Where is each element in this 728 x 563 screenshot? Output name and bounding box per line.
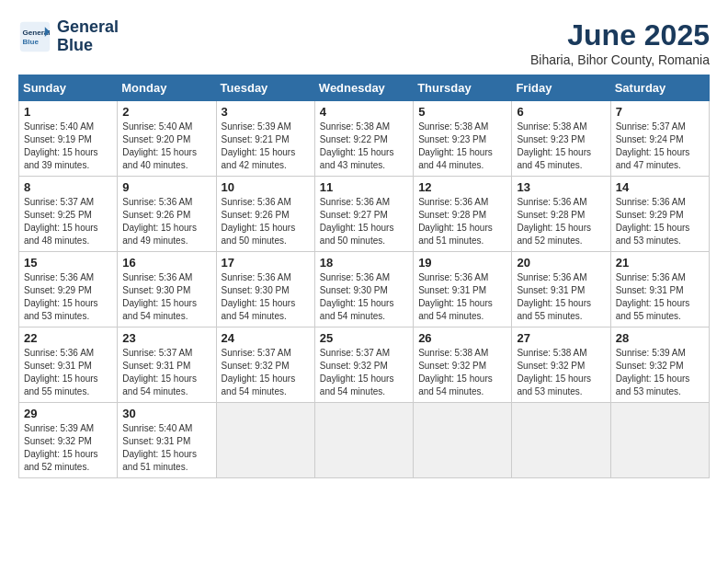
calendar-cell: 23Sunrise: 5:37 AM Sunset: 9:31 PM Dayli…: [118, 327, 216, 403]
calendar-row: 8Sunrise: 5:37 AM Sunset: 9:25 PM Daylig…: [19, 177, 710, 252]
day-number: 14: [616, 180, 704, 194]
calendar-cell: 26Sunrise: 5:38 AM Sunset: 9:32 PM Dayli…: [414, 327, 512, 403]
day-info: Sunrise: 5:39 AM Sunset: 9:32 PM Dayligh…: [24, 422, 112, 474]
day-number: 22: [24, 331, 112, 345]
calendar-cell: 12Sunrise: 5:36 AM Sunset: 9:28 PM Dayli…: [414, 177, 512, 252]
calendar-body: 1Sunrise: 5:40 AM Sunset: 9:19 PM Daylig…: [19, 101, 710, 478]
calendar-table: SundayMondayTuesdayWednesdayThursdayFrid…: [18, 75, 710, 478]
day-number: 25: [320, 331, 408, 345]
svg-text:Blue: Blue: [23, 38, 40, 46]
day-number: 12: [418, 180, 506, 194]
day-number: 3: [222, 105, 310, 119]
day-number: 28: [616, 331, 704, 345]
day-number: 9: [122, 180, 210, 194]
day-number: 19: [418, 256, 506, 270]
weekday-header: Tuesday: [216, 75, 314, 101]
calendar-row: 15Sunrise: 5:36 AM Sunset: 9:29 PM Dayli…: [19, 252, 710, 327]
day-number: 5: [418, 105, 506, 119]
day-info: Sunrise: 5:37 AM Sunset: 9:32 PM Dayligh…: [320, 347, 408, 398]
day-number: 2: [122, 105, 210, 119]
day-number: 6: [517, 105, 605, 119]
day-number: 15: [24, 256, 112, 270]
calendar-cell: 29Sunrise: 5:39 AM Sunset: 9:32 PM Dayli…: [19, 403, 118, 478]
calendar-cell: 14Sunrise: 5:36 AM Sunset: 9:29 PM Dayli…: [610, 177, 709, 252]
day-info: Sunrise: 5:38 AM Sunset: 9:23 PM Dayligh…: [517, 121, 605, 172]
calendar-cell: [414, 403, 512, 478]
calendar-row: 29Sunrise: 5:39 AM Sunset: 9:32 PM Dayli…: [19, 403, 710, 478]
day-info: Sunrise: 5:36 AM Sunset: 9:27 PM Dayligh…: [320, 196, 408, 247]
calendar-cell: 20Sunrise: 5:36 AM Sunset: 9:31 PM Dayli…: [512, 252, 610, 327]
day-number: 24: [222, 331, 310, 345]
day-info: Sunrise: 5:37 AM Sunset: 9:24 PM Dayligh…: [616, 121, 704, 172]
day-info: Sunrise: 5:37 AM Sunset: 9:32 PM Dayligh…: [222, 347, 310, 398]
day-number: 23: [122, 331, 210, 345]
day-info: Sunrise: 5:38 AM Sunset: 9:23 PM Dayligh…: [418, 121, 506, 172]
weekday-header: Thursday: [414, 75, 512, 101]
day-number: 1: [24, 105, 112, 119]
day-info: Sunrise: 5:36 AM Sunset: 9:26 PM Dayligh…: [122, 196, 210, 247]
calendar-cell: 2Sunrise: 5:40 AM Sunset: 9:20 PM Daylig…: [118, 101, 216, 177]
day-info: Sunrise: 5:40 AM Sunset: 9:19 PM Dayligh…: [24, 121, 112, 172]
weekday-header: Sunday: [19, 75, 118, 101]
title-block: June 2025 Biharia, Bihor County, Romania: [530, 18, 710, 67]
calendar-cell: 3Sunrise: 5:39 AM Sunset: 9:21 PM Daylig…: [216, 101, 314, 177]
logo: General Blue General Blue: [18, 18, 119, 55]
calendar-cell: 28Sunrise: 5:39 AM Sunset: 9:32 PM Dayli…: [610, 327, 709, 403]
calendar-cell: 17Sunrise: 5:36 AM Sunset: 9:30 PM Dayli…: [216, 252, 314, 327]
day-info: Sunrise: 5:36 AM Sunset: 9:29 PM Dayligh…: [24, 271, 112, 323]
day-info: Sunrise: 5:36 AM Sunset: 9:31 PM Dayligh…: [418, 271, 506, 323]
day-number: 30: [122, 407, 210, 420]
day-number: 13: [517, 180, 605, 194]
day-info: Sunrise: 5:36 AM Sunset: 9:31 PM Dayligh…: [517, 271, 605, 323]
calendar-cell: 19Sunrise: 5:36 AM Sunset: 9:31 PM Dayli…: [414, 252, 512, 327]
weekday-header: Friday: [512, 75, 610, 101]
month-title: June 2025: [530, 18, 710, 52]
calendar-row: 22Sunrise: 5:36 AM Sunset: 9:31 PM Dayli…: [19, 327, 710, 403]
day-info: Sunrise: 5:40 AM Sunset: 9:20 PM Dayligh…: [122, 121, 210, 172]
day-number: 20: [517, 256, 605, 270]
logo-text: General Blue: [57, 18, 119, 55]
calendar-cell: 9Sunrise: 5:36 AM Sunset: 9:26 PM Daylig…: [118, 177, 216, 252]
day-number: 17: [222, 256, 310, 270]
page-header: General Blue General Blue June 2025 Biha…: [18, 18, 710, 67]
calendar-cell: 5Sunrise: 5:38 AM Sunset: 9:23 PM Daylig…: [414, 101, 512, 177]
logo-icon: General Blue: [18, 20, 51, 53]
day-number: 21: [616, 256, 704, 270]
day-info: Sunrise: 5:38 AM Sunset: 9:32 PM Dayligh…: [418, 347, 506, 398]
day-info: Sunrise: 5:36 AM Sunset: 9:28 PM Dayligh…: [418, 196, 506, 247]
day-info: Sunrise: 5:36 AM Sunset: 9:28 PM Dayligh…: [517, 196, 605, 247]
day-number: 29: [24, 407, 112, 420]
day-info: Sunrise: 5:36 AM Sunset: 9:26 PM Dayligh…: [222, 196, 310, 247]
day-number: 11: [320, 180, 408, 194]
calendar-cell: 6Sunrise: 5:38 AM Sunset: 9:23 PM Daylig…: [512, 101, 610, 177]
calendar-cell: 8Sunrise: 5:37 AM Sunset: 9:25 PM Daylig…: [19, 177, 118, 252]
day-number: 4: [320, 105, 408, 119]
calendar-cell: 18Sunrise: 5:36 AM Sunset: 9:30 PM Dayli…: [314, 252, 413, 327]
day-info: Sunrise: 5:36 AM Sunset: 9:31 PM Dayligh…: [616, 271, 704, 323]
weekday-header: Wednesday: [314, 75, 413, 101]
day-info: Sunrise: 5:37 AM Sunset: 9:25 PM Dayligh…: [24, 196, 112, 247]
calendar-cell: [314, 403, 413, 478]
day-info: Sunrise: 5:36 AM Sunset: 9:30 PM Dayligh…: [122, 271, 210, 323]
calendar-cell: 27Sunrise: 5:38 AM Sunset: 9:32 PM Dayli…: [512, 327, 610, 403]
day-number: 26: [418, 331, 506, 345]
calendar-cell: 15Sunrise: 5:36 AM Sunset: 9:29 PM Dayli…: [19, 252, 118, 327]
calendar-header-row: SundayMondayTuesdayWednesdayThursdayFrid…: [19, 75, 710, 101]
day-info: Sunrise: 5:36 AM Sunset: 9:31 PM Dayligh…: [24, 347, 112, 398]
day-number: 18: [320, 256, 408, 270]
calendar-cell: 13Sunrise: 5:36 AM Sunset: 9:28 PM Dayli…: [512, 177, 610, 252]
day-number: 8: [24, 180, 112, 194]
calendar-cell: [610, 403, 709, 478]
calendar-cell: 22Sunrise: 5:36 AM Sunset: 9:31 PM Dayli…: [19, 327, 118, 403]
calendar-cell: [512, 403, 610, 478]
calendar-cell: 30Sunrise: 5:40 AM Sunset: 9:31 PM Dayli…: [118, 403, 216, 478]
day-number: 16: [122, 256, 210, 270]
day-info: Sunrise: 5:39 AM Sunset: 9:32 PM Dayligh…: [616, 347, 704, 398]
day-info: Sunrise: 5:38 AM Sunset: 9:32 PM Dayligh…: [517, 347, 605, 398]
calendar-cell: 24Sunrise: 5:37 AM Sunset: 9:32 PM Dayli…: [216, 327, 314, 403]
day-number: 10: [222, 180, 310, 194]
calendar-cell: 25Sunrise: 5:37 AM Sunset: 9:32 PM Dayli…: [314, 327, 413, 403]
day-info: Sunrise: 5:38 AM Sunset: 9:22 PM Dayligh…: [320, 121, 408, 172]
day-info: Sunrise: 5:40 AM Sunset: 9:31 PM Dayligh…: [122, 422, 210, 474]
calendar-cell: 7Sunrise: 5:37 AM Sunset: 9:24 PM Daylig…: [610, 101, 709, 177]
